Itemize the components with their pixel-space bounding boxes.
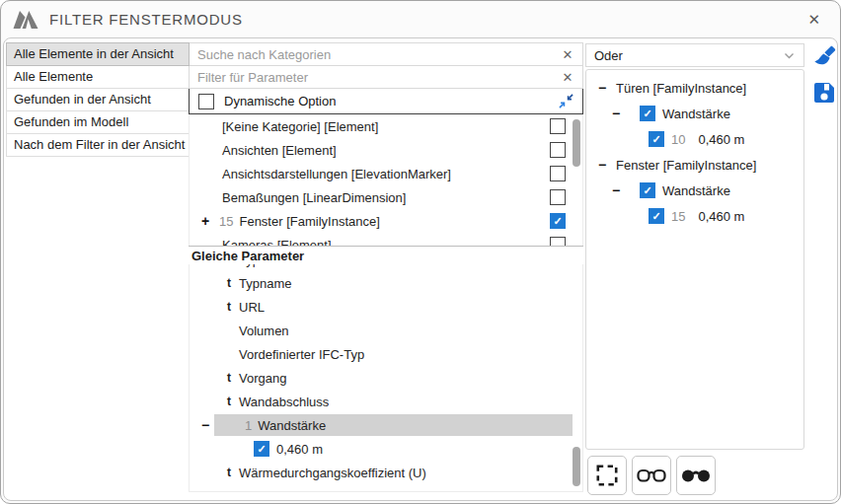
tree-row[interactable]: −Türen [FamilyInstance] bbox=[586, 75, 803, 101]
category-row[interactable]: +15Fenster [FamilyInstance]✓ bbox=[190, 209, 582, 233]
parameter-label: Typ bbox=[239, 264, 260, 267]
logic-operator-value: Oder bbox=[594, 48, 623, 63]
tree-label: Türen [FamilyInstance] bbox=[616, 81, 746, 96]
category-checkbox[interactable] bbox=[550, 237, 566, 246]
parameter-row[interactable]: Vordefinierter IFC-Typ bbox=[190, 342, 582, 366]
tree-checkbox[interactable]: ✓ bbox=[640, 106, 655, 121]
parameter-row[interactable]: tTyp bbox=[190, 264, 582, 271]
save-filter-icon[interactable] bbox=[812, 81, 836, 105]
tree-row[interactable]: ✓150,460 m bbox=[586, 203, 803, 229]
clear-parameter-filter-icon[interactable]: ✕ bbox=[553, 70, 582, 85]
parameter-row[interactable]: tWärmedurchgangskoeffizient (U) bbox=[190, 461, 582, 484]
parameter-label: Typname bbox=[239, 276, 291, 291]
title-bar: FILTER FENSTERMODUS ✕ bbox=[1, 1, 840, 37]
parameter-count: 1 bbox=[245, 418, 252, 433]
category-checkbox[interactable]: ✓ bbox=[550, 213, 566, 229]
tree-count: 15 bbox=[671, 209, 685, 224]
logic-operator-dropdown[interactable]: Oder bbox=[585, 43, 804, 67]
dialog-title: FILTER FENSTERMODUS bbox=[49, 11, 788, 28]
parameter-label: Vorgang bbox=[239, 371, 286, 386]
category-label: Bemaßungen [LinearDimension] bbox=[222, 190, 406, 205]
category-row[interactable]: Ansichten [Element] bbox=[190, 138, 582, 162]
parameter-label: URL bbox=[239, 300, 265, 315]
parameter-row[interactable]: tTypname bbox=[190, 271, 582, 295]
filter-tree: −Türen [FamilyInstance]−✓Wandstärke✓100,… bbox=[585, 69, 804, 450]
chevron-down-icon bbox=[784, 52, 795, 59]
tree-label: 0,460 m bbox=[698, 132, 744, 147]
expand-icon[interactable]: + bbox=[198, 213, 212, 229]
glasses-outline-button[interactable] bbox=[632, 456, 671, 495]
category-label: [Keine Kategorie] [Element] bbox=[222, 119, 378, 134]
selection-frame-icon bbox=[594, 463, 620, 488]
category-label: Ansichtsdarstellungen [ElevationMarker] bbox=[222, 167, 451, 181]
type-parameter-indicator: t bbox=[227, 466, 231, 479]
sidebar-item[interactable]: Alle Elemente bbox=[6, 65, 190, 89]
collapse-icon[interactable]: − bbox=[609, 106, 623, 121]
category-row[interactable]: Kameras [Element] bbox=[190, 233, 582, 246]
dynamic-option-row: Dynamische Option bbox=[189, 88, 583, 114]
sidebar-item[interactable]: Nach dem Filter in der Ansicht bbox=[6, 133, 190, 157]
sidebar-item[interactable]: Gefunden in der Ansicht bbox=[6, 88, 190, 111]
parameter-filter-input[interactable] bbox=[190, 70, 553, 85]
tree-label: Fenster [FamilyInstance] bbox=[616, 158, 756, 173]
sidebar-item[interactable]: Gefunden im Modell bbox=[6, 110, 190, 134]
tree-checkbox[interactable]: ✓ bbox=[649, 131, 664, 147]
parameter-row[interactable]: −1Wandstärke bbox=[190, 413, 582, 437]
collapse-icon[interactable]: − bbox=[198, 417, 212, 433]
sidebar-item[interactable]: Alle Elemente in der Ansicht bbox=[6, 42, 190, 66]
parameter-row[interactable]: tWandabschluss bbox=[190, 390, 582, 413]
middle-panel: ✕ ✕ Dynamische Option bbox=[189, 43, 583, 492]
tree-row[interactable]: ✓100,460 m bbox=[586, 126, 803, 152]
category-label: Fenster [FamilyInstance] bbox=[239, 214, 379, 229]
parameter-list: tTyptTypnametURLVolumenVordefinierter IF… bbox=[189, 264, 583, 492]
dialog-content: Alle Elemente in der AnsichtAlle Element… bbox=[3, 37, 838, 501]
type-parameter-indicator: t bbox=[227, 264, 231, 266]
tool-icon-column bbox=[810, 44, 838, 105]
parameter-label: Volumen bbox=[239, 324, 289, 338]
category-count: 15 bbox=[219, 214, 233, 229]
parameter-row[interactable]: tVorgang bbox=[190, 366, 582, 390]
filter-dialog: FILTER FENSTERMODUS ✕ Alle Elemente in d… bbox=[0, 0, 841, 504]
collapse-icon[interactable]: − bbox=[595, 80, 609, 96]
tree-row[interactable]: −✓Wandstärke bbox=[586, 178, 803, 203]
tree-checkbox[interactable]: ✓ bbox=[649, 208, 664, 224]
parameter-row[interactable]: ✓0,460 m bbox=[190, 437, 582, 461]
type-parameter-indicator: t bbox=[227, 276, 231, 290]
collapse-icon[interactable]: − bbox=[595, 157, 609, 173]
clear-filter-broom-icon[interactable] bbox=[811, 44, 837, 70]
category-checkbox[interactable] bbox=[550, 166, 566, 181]
category-checkbox[interactable] bbox=[550, 118, 566, 134]
category-checkbox[interactable] bbox=[550, 142, 566, 158]
parameter-label: Wärmedurchgangskoeffizient (U) bbox=[239, 466, 426, 480]
dynamic-option-label: Dynamische Option bbox=[224, 94, 336, 108]
collapse-icon[interactable]: − bbox=[609, 182, 623, 198]
selection-frame-button[interactable] bbox=[587, 456, 627, 495]
type-parameter-indicator: t bbox=[227, 300, 231, 314]
tree-label: Wandstärke bbox=[662, 107, 730, 121]
glasses-filled-button[interactable] bbox=[676, 456, 716, 495]
category-row[interactable]: [Keine Kategorie] [Element] bbox=[190, 114, 582, 138]
tree-row[interactable]: −Fenster [FamilyInstance] bbox=[586, 152, 803, 178]
parameter-label: Wandabschluss bbox=[239, 395, 329, 409]
collapse-all-icon[interactable] bbox=[559, 94, 573, 108]
category-row[interactable]: Bemaßungen [LinearDimension] bbox=[190, 185, 582, 209]
parameter-row[interactable]: tURL bbox=[190, 295, 582, 319]
app-logo-icon bbox=[13, 9, 39, 30]
parameter-row[interactable]: Volumen bbox=[190, 319, 582, 342]
tree-count: 10 bbox=[671, 132, 685, 147]
category-search-box: ✕ bbox=[189, 42, 583, 66]
category-search-input[interactable] bbox=[190, 47, 553, 62]
category-row[interactable]: Ansichtsdarstellungen [ElevationMarker] bbox=[190, 162, 582, 185]
parameter-label: Wandstärke bbox=[258, 418, 326, 433]
category-label: Kameras [Element] bbox=[222, 238, 332, 247]
parameter-filter-box: ✕ bbox=[189, 65, 583, 89]
tree-row[interactable]: −✓Wandstärke bbox=[586, 101, 803, 126]
value-checkbox[interactable]: ✓ bbox=[254, 441, 269, 457]
clear-category-search-icon[interactable]: ✕ bbox=[553, 47, 582, 62]
close-icon[interactable]: ✕ bbox=[798, 9, 830, 31]
dynamic-option-checkbox[interactable] bbox=[198, 94, 214, 109]
tree-checkbox[interactable]: ✓ bbox=[640, 182, 655, 198]
type-parameter-indicator: t bbox=[227, 395, 231, 408]
tree-label: Wandstärke bbox=[662, 183, 730, 198]
category-checkbox[interactable] bbox=[550, 189, 566, 205]
